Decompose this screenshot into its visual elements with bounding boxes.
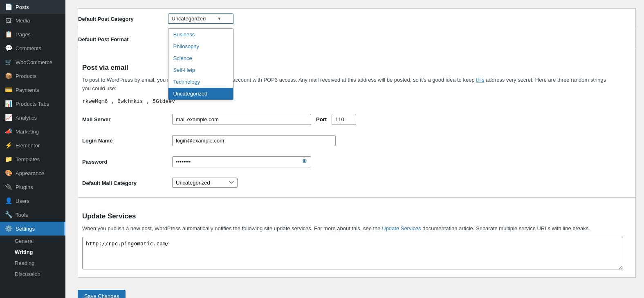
password-wrapper: 👁: [172, 156, 311, 167]
sidebar-item-products-tabs[interactable]: 📊 Products Tabs: [0, 97, 65, 111]
settings-icon: ⚙️: [5, 225, 12, 232]
port-input[interactable]: [332, 114, 356, 125]
save-changes-button[interactable]: Save Changes: [78, 290, 126, 298]
sidebar-item-appearance[interactable]: 🎨 Appearance: [0, 166, 65, 180]
mail-server-row: Port: [172, 114, 631, 125]
password-label: Password: [82, 151, 172, 172]
login-name-label: Login Name: [82, 130, 172, 151]
post-via-email-title: Post via email: [82, 64, 631, 72]
post-via-email-description: To post to WordPress by email, you must …: [82, 76, 614, 93]
mail-server-input[interactable]: [172, 114, 311, 125]
this-link[interactable]: this: [476, 77, 484, 83]
default-mail-category-select[interactable]: Uncategorized: [172, 178, 238, 188]
sidebar-item-settings[interactable]: ⚙️ Settings: [0, 222, 65, 236]
option-philosophy[interactable]: Philosophy: [168, 40, 233, 52]
sidebar-subitem-writing[interactable]: Writing: [0, 247, 65, 258]
update-services-title: Update Services: [82, 212, 631, 220]
option-business[interactable]: Business: [168, 29, 233, 40]
sidebar-item-products[interactable]: 📦 Products: [0, 69, 65, 83]
main-content: Default Post Category Uncategorized ▼ Bu…: [65, 0, 644, 298]
sidebar-item-payments[interactable]: 💳 Payments: [0, 83, 65, 97]
default-post-format-label: Default Post Format: [78, 29, 168, 49]
option-science[interactable]: Science: [168, 52, 233, 64]
password-input[interactable]: [172, 156, 311, 167]
sidebar-subitem-general[interactable]: General: [0, 236, 65, 247]
sidebar-item-tools[interactable]: 🔧 Tools: [0, 208, 65, 222]
mail-server-label: Mail Server: [82, 109, 172, 130]
products-icon: 📦: [5, 72, 12, 80]
eye-icon[interactable]: 👁: [301, 158, 308, 165]
sidebar-item-pages[interactable]: 📋 Pages: [0, 27, 65, 41]
tools-icon: 🔧: [5, 211, 12, 218]
sidebar-subitem-reading[interactable]: Reading: [0, 258, 65, 269]
option-self-help[interactable]: Self-Help: [168, 64, 233, 76]
templates-icon: 📁: [5, 156, 12, 163]
login-name-input[interactable]: [172, 135, 336, 146]
sidebar: 📄 Posts 🖼 Media 📋 Pages 💬 Comments 🛒 Woo…: [0, 0, 65, 298]
products-tabs-icon: 📊: [5, 100, 12, 107]
default-mail-category-label: Default Mail Category: [82, 172, 172, 193]
analytics-icon: 📈: [5, 114, 12, 121]
posts-icon: 📄: [5, 3, 12, 11]
option-technology[interactable]: Technology: [168, 76, 233, 88]
sidebar-subitem-discussion[interactable]: Discussion: [0, 269, 65, 280]
sidebar-item-plugins[interactable]: 🔌 Plugins: [0, 180, 65, 194]
category-dropdown: Business Philosophy Science Self-Help Te…: [168, 28, 233, 100]
update-services-description: When you publish a new post, WordPress a…: [82, 225, 631, 233]
payments-icon: 💳: [5, 86, 12, 93]
update-services-link[interactable]: Update Services: [382, 225, 421, 231]
sidebar-item-posts[interactable]: 📄 Posts: [0, 0, 65, 14]
pages-icon: 📋: [5, 31, 12, 38]
update-services-textarea[interactable]: http://rpc.pingomatic.com/: [82, 237, 623, 269]
chevron-down-icon: ▼: [218, 16, 222, 21]
media-icon: 🖼: [5, 17, 12, 24]
option-uncategorized[interactable]: Uncategorized ☛: [168, 88, 233, 100]
code-strings: rkweMgm6 , 6wkfmkis , 5Gtdeev: [82, 98, 631, 104]
woocommerce-icon: 🛒: [5, 58, 12, 66]
sidebar-item-elementor[interactable]: ⚡ Elementor: [0, 138, 65, 152]
sidebar-item-users[interactable]: 👤 Users: [0, 194, 65, 208]
sidebar-item-woocommerce[interactable]: 🛒 WooCommerce: [0, 55, 65, 69]
port-label: Port: [316, 116, 327, 122]
sidebar-item-marketing[interactable]: 📣 Marketing: [0, 125, 65, 138]
marketing-icon: 📣: [5, 128, 12, 135]
sidebar-item-analytics[interactable]: 📈 Analytics: [0, 111, 65, 125]
default-post-category-wrapper: Uncategorized ▼ Business Philosophy Scie…: [168, 13, 233, 24]
elementor-icon: ⚡: [5, 142, 12, 149]
sidebar-item-templates[interactable]: 📁 Templates: [0, 152, 65, 166]
comments-icon: 💬: [5, 44, 12, 52]
appearance-icon: 🎨: [5, 169, 12, 177]
sidebar-item-media[interactable]: 🖼 Media: [0, 14, 65, 27]
sidebar-item-comments[interactable]: 💬 Comments: [0, 41, 65, 55]
users-icon: 👤: [5, 197, 12, 205]
default-post-category-trigger[interactable]: Uncategorized ▼: [168, 13, 233, 24]
default-post-category-label: Default Post Category: [78, 9, 168, 29]
plugins-icon: 🔌: [5, 183, 12, 191]
